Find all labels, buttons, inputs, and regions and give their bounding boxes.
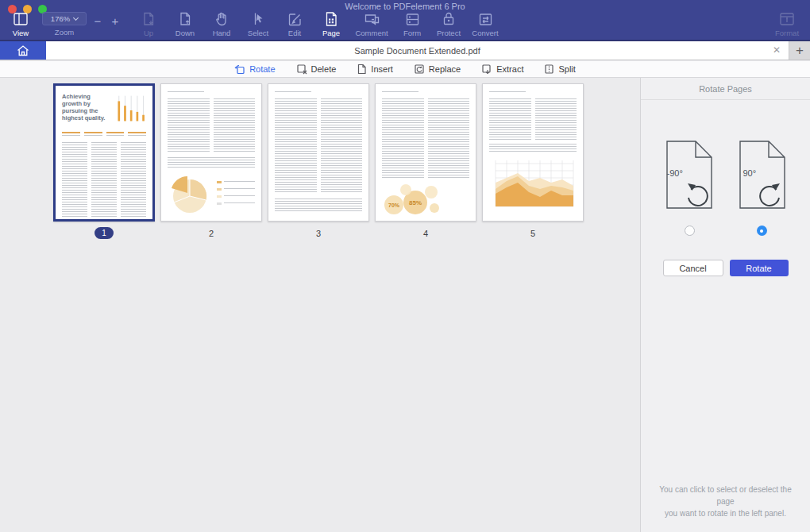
page-5-area-chart (489, 157, 578, 213)
page-4-preview[interactable]: 70% 85% (375, 83, 476, 222)
form-fields-icon (405, 10, 420, 28)
page-5-preview[interactable] (482, 83, 584, 222)
rotate-panel-title: Rotate Pages (641, 78, 810, 100)
page-2-preview[interactable] (160, 83, 262, 222)
protect-mode-button[interactable]: Protect (430, 10, 467, 37)
replace-icon (414, 64, 425, 75)
app-toolbar: Welcome to PDFelement 6 Pro View 176% Zo… (0, 0, 810, 41)
page-4-bubble-chart: 70% 85% (382, 181, 442, 219)
edit-pencil-icon (287, 10, 303, 28)
home-icon (16, 44, 30, 57)
lock-icon (442, 10, 456, 28)
rotate-icon (234, 64, 245, 75)
close-tab-icon[interactable]: ✕ (773, 44, 781, 56)
split-icon (544, 64, 554, 75)
format-panel-icon (779, 10, 795, 28)
page-thumbnail-3: 3 (268, 83, 369, 239)
view-button[interactable]: View (3, 10, 38, 37)
cancel-button[interactable]: Cancel (663, 260, 723, 276)
document-tab-title: Sample Document Extended.pdf (354, 46, 480, 56)
page-3-number: 3 (316, 227, 321, 239)
page-up-icon (141, 10, 156, 28)
insert-icon (357, 64, 367, 75)
zoom-out-button[interactable]: − (89, 14, 106, 28)
rotate-cw-option[interactable]: 90° (732, 135, 793, 214)
page-thumbnail-2: 2 (160, 83, 262, 239)
page-mode-button[interactable]: Page (313, 10, 349, 37)
rotate-tool-button[interactable]: Rotate (234, 64, 275, 75)
hand-tool-button[interactable]: Hand (203, 10, 240, 37)
page-3-preview[interactable] (268, 83, 369, 222)
page-5-number: 5 (530, 227, 535, 239)
page-2-pie-chart (168, 172, 210, 215)
rotate-pages-panel: Rotate Pages -90° (640, 78, 810, 532)
new-tab-button[interactable]: + (789, 41, 810, 60)
page-1-bar-chart (114, 93, 146, 126)
form-mode-button[interactable]: Form (394, 10, 430, 37)
select-tool-button[interactable]: Select (240, 10, 276, 37)
rotate-cw-radio[interactable] (757, 226, 767, 236)
document-tab[interactable]: Sample Document Extended.pdf ✕ (46, 41, 789, 60)
rotate-button[interactable]: Rotate (730, 260, 789, 276)
view-panel-icon (13, 10, 29, 28)
rotate-ccw-option[interactable]: -90° (659, 135, 719, 214)
replace-tool-button[interactable]: Replace (414, 64, 461, 75)
delete-icon (296, 64, 307, 75)
delete-tool-button[interactable]: Delete (296, 64, 337, 75)
page-2-number: 2 (209, 227, 214, 239)
rotate-panel-hint: You can click to select or deselect the … (650, 484, 800, 519)
rotate-ccw-label: -90° (667, 168, 683, 178)
page-down-button[interactable]: Down (167, 10, 203, 37)
page-4-number: 4 (423, 227, 428, 239)
page-2-pie-legend (217, 178, 255, 210)
rotate-cw-page-icon (732, 135, 793, 214)
page-1-number: 1 (94, 227, 114, 239)
page-up-button: Up (130, 10, 167, 37)
svg-text:70%: 70% (388, 202, 400, 208)
select-cursor-icon (251, 10, 265, 28)
zoom-control: 176% Zoom (40, 10, 89, 37)
extract-icon (481, 64, 492, 75)
convert-arrows-icon (478, 10, 493, 28)
comment-bubbles-icon (364, 10, 380, 28)
split-tool-button[interactable]: Split (544, 64, 575, 75)
extract-tool-button[interactable]: Extract (481, 64, 523, 75)
rotate-ccw-radio[interactable] (685, 226, 695, 236)
insert-tool-button[interactable]: Insert (357, 64, 393, 75)
chevron-down-icon (73, 14, 79, 20)
zoom-in-button[interactable]: + (106, 14, 124, 28)
tab-bar: Sample Document Extended.pdf ✕ + (0, 41, 810, 60)
edit-mode-button[interactable]: Edit (276, 10, 313, 37)
hand-icon (214, 10, 229, 28)
convert-mode-button[interactable]: Convert (467, 10, 503, 37)
svg-text:85%: 85% (409, 199, 422, 206)
page-1-heading: Achieving growth by pursuing the highest… (62, 93, 111, 126)
page-tools-toolbar: Rotate Delete Insert Replace Extract Spl… (0, 61, 810, 78)
page-1-legend-row (62, 132, 146, 137)
page-thumbnail-4: 70% 85% 4 (375, 83, 476, 239)
rotate-cw-label: 90° (743, 168, 757, 178)
thumbnail-canvas: Achieving growth by pursuing the highest… (0, 78, 640, 532)
home-tab[interactable] (0, 41, 46, 60)
page-grid-icon (324, 10, 338, 28)
page-thumbnail-5: 5 (482, 83, 584, 239)
comment-mode-button[interactable]: Comment (349, 10, 394, 37)
page-down-icon (178, 10, 192, 28)
format-panel-button: Format (769, 10, 805, 37)
zoom-dropdown[interactable]: 176% (42, 12, 87, 25)
page-thumbnail-1: Achieving growth by pursuing the highest… (53, 83, 155, 239)
page-1-preview[interactable]: Achieving growth by pursuing the highest… (53, 83, 155, 222)
